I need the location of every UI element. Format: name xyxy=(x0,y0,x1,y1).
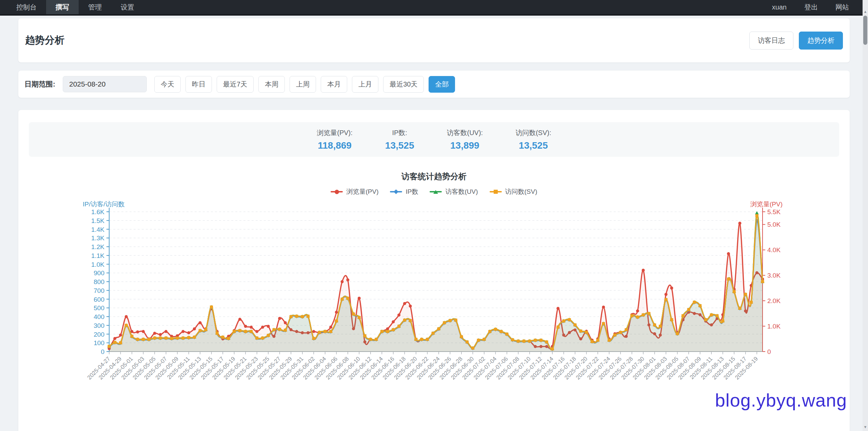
range-thismonth-button[interactable]: 本月 xyxy=(321,76,347,93)
svg-text:4.0K: 4.0K xyxy=(767,246,781,254)
legend-diamond-icon xyxy=(390,189,402,194)
svg-text:200: 200 xyxy=(94,331,104,338)
svg-text:900: 900 xyxy=(94,269,104,277)
chart-card: 浏览量(PV): 118,869 IP数: 13,525 访客数(UV): 13… xyxy=(18,110,850,431)
scrollbar-up-icon[interactable]: ▲ xyxy=(863,10,867,14)
stat-ip: IP数: 13,525 xyxy=(385,128,414,151)
svg-text:1.0K: 1.0K xyxy=(91,261,104,268)
svg-text:300: 300 xyxy=(94,322,104,329)
range-all-button[interactable]: 全部 xyxy=(429,76,455,93)
stat-sv: 访问数(SV): 13,525 xyxy=(515,128,551,151)
range-last30days-button[interactable]: 最近30天 xyxy=(383,76,424,93)
svg-text:700: 700 xyxy=(94,287,104,294)
stat-sv-value: 13,525 xyxy=(515,140,551,151)
legend-label: 访问数(SV) xyxy=(505,187,537,196)
date-range-label: 日期范围: xyxy=(24,79,55,89)
legend-item-uv[interactable]: 访客数(UV) xyxy=(430,187,478,196)
range-lastweek-button[interactable]: 上周 xyxy=(290,76,316,93)
scrollbar-down-icon[interactable]: ▼ xyxy=(863,425,867,429)
svg-text:1.4K: 1.4K xyxy=(91,226,104,233)
svg-text:1.5K: 1.5K xyxy=(91,217,104,224)
svg-text:IP/访客/访问数: IP/访客/访问数 xyxy=(83,201,125,208)
stat-ip-label: IP数: xyxy=(385,128,414,137)
legend-item-sv[interactable]: 访问数(SV) xyxy=(490,187,537,196)
svg-text:5.0K: 5.0K xyxy=(767,221,781,228)
trend-chart-svg[interactable]: IP/访客/访问数浏览量(PV)010020030040050060070080… xyxy=(29,200,851,410)
trend-chart[interactable]: IP/访客/访问数浏览量(PV)010020030040050060070080… xyxy=(29,200,839,411)
svg-text:600: 600 xyxy=(94,296,104,303)
svg-text:1.0K: 1.0K xyxy=(767,323,781,330)
stat-pv-value: 118,869 xyxy=(317,140,353,151)
svg-text:100: 100 xyxy=(94,339,104,346)
legend-label: 访客数(UV) xyxy=(445,187,478,196)
nav-item-settings[interactable]: 设置 xyxy=(111,0,144,14)
svg-text:400: 400 xyxy=(94,313,104,320)
chart-legend: 浏览量(PV)IP数访客数(UV)访问数(SV) xyxy=(29,187,839,196)
legend-triangle-icon xyxy=(430,189,442,194)
page-title: 趋势分析 xyxy=(25,34,64,47)
nav-item-username[interactable]: xuan xyxy=(763,0,795,14)
svg-text:5.5K: 5.5K xyxy=(767,208,781,215)
stat-pv-label: 浏览量(PV): xyxy=(317,128,353,137)
legend-label: 浏览量(PV) xyxy=(346,187,378,196)
legend-item-ip[interactable]: IP数 xyxy=(390,187,418,196)
date-range-input[interactable] xyxy=(63,76,147,92)
chart-title: 访客统计趋势分析 xyxy=(29,171,839,182)
svg-text:800: 800 xyxy=(94,278,104,285)
scrollbar-thumb[interactable] xyxy=(863,16,867,45)
visitor-log-button[interactable]: 访客日志 xyxy=(749,32,793,50)
trend-analysis-button[interactable]: 趋势分析 xyxy=(799,32,843,50)
svg-text:0: 0 xyxy=(101,348,104,355)
stat-ip-value: 13,525 xyxy=(385,140,414,151)
vertical-scrollbar[interactable]: ▲ ▼ xyxy=(863,0,868,431)
svg-text:2.0K: 2.0K xyxy=(767,297,781,304)
legend-square-icon xyxy=(490,189,502,194)
page-header-card: 趋势分析 访客日志 趋势分析 xyxy=(18,18,850,62)
svg-text:1.3K: 1.3K xyxy=(91,235,104,242)
svg-text:1.1K: 1.1K xyxy=(91,252,104,259)
svg-text:500: 500 xyxy=(94,304,104,312)
stat-uv-label: 访客数(UV): xyxy=(447,128,483,137)
stat-uv-value: 13,899 xyxy=(447,140,483,151)
nav-right-group: xuan 登出 网站 xyxy=(763,0,858,14)
nav-item-console[interactable]: 控制台 xyxy=(7,0,46,14)
svg-text:0: 0 xyxy=(767,348,771,355)
svg-text:3.0K: 3.0K xyxy=(767,272,781,279)
stat-sv-label: 访问数(SV): xyxy=(515,128,551,137)
range-last7days-button[interactable]: 最近7天 xyxy=(217,76,254,93)
date-filter-card: 日期范围: 今天 昨日 最近7天 本周 上周 本月 上月 最近30天 全部 xyxy=(18,71,850,98)
svg-text:浏览量(PV): 浏览量(PV) xyxy=(750,201,783,208)
nav-item-write[interactable]: 撰写 xyxy=(46,0,79,14)
range-today-button[interactable]: 今天 xyxy=(154,76,181,93)
legend-circle-icon xyxy=(331,189,343,194)
range-thisweek-button[interactable]: 本周 xyxy=(258,76,285,93)
quick-range-group: 今天 昨日 最近7天 本周 上周 本月 上月 最近30天 全部 xyxy=(154,76,455,93)
stat-uv: 访客数(UV): 13,899 xyxy=(447,128,483,151)
watermark-text: blog.ybyq.wang xyxy=(715,390,847,411)
svg-text:1.6K: 1.6K xyxy=(91,208,104,215)
range-yesterday-button[interactable]: 昨日 xyxy=(185,76,212,93)
top-nav: 控制台 撰写 管理 设置 xuan 登出 网站 xyxy=(0,0,868,16)
nav-item-site[interactable]: 网站 xyxy=(827,0,858,14)
legend-label: IP数 xyxy=(406,187,418,196)
svg-text:1.2K: 1.2K xyxy=(91,243,104,250)
nav-item-manage[interactable]: 管理 xyxy=(79,0,111,14)
nav-item-logout[interactable]: 登出 xyxy=(795,0,827,14)
legend-item-pv[interactable]: 浏览量(PV) xyxy=(331,187,378,196)
stat-pv: 浏览量(PV): 118,869 xyxy=(317,128,353,151)
stats-strip: 浏览量(PV): 118,869 IP数: 13,525 访客数(UV): 13… xyxy=(29,122,839,157)
range-lastmonth-button[interactable]: 上月 xyxy=(352,76,378,93)
